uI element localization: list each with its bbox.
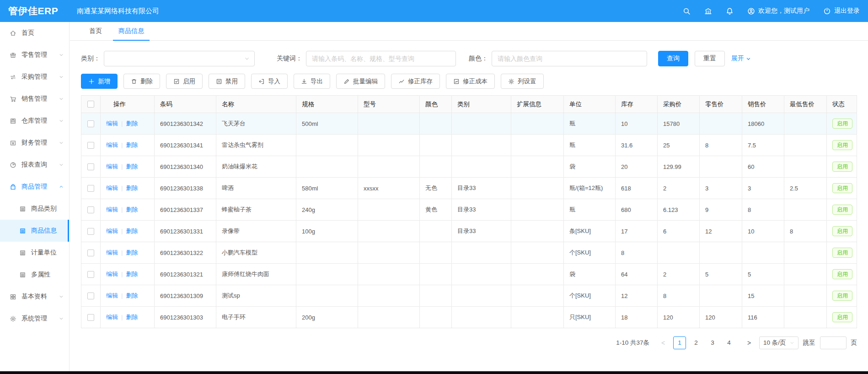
cell-ext-info — [511, 199, 564, 221]
sidebar-item-goods-info[interactable]: 商品信息 — [0, 220, 69, 242]
edit-link[interactable]: 编辑 — [106, 120, 118, 127]
select-all-checkbox[interactable] — [87, 101, 94, 108]
row-checkbox[interactable] — [87, 120, 94, 127]
sidebar-item-finance-mgmt[interactable]: 财务管理 — [0, 132, 69, 154]
gear-icon — [508, 78, 514, 85]
edit-link[interactable]: 编辑 — [106, 163, 118, 170]
cell-name: 奶油味爆米花 — [216, 156, 296, 178]
row-checkbox[interactable] — [87, 293, 94, 299]
delete-link[interactable]: 删除 — [126, 228, 138, 234]
button-label: 列设置 — [518, 77, 536, 86]
search-button[interactable]: 查询 — [658, 51, 688, 66]
sidebar-item-sales-mgmt[interactable]: 销售管理 — [0, 88, 69, 110]
sidebar-item-warehouse-mgmt[interactable]: 仓库管理 — [0, 110, 69, 132]
list-icon — [19, 271, 26, 278]
page-number-2[interactable]: 2 — [690, 336, 702, 349]
fix-cost-button[interactable]: 修正成本 — [446, 74, 495, 89]
row-checkbox[interactable] — [87, 206, 94, 213]
jump-page-input[interactable] — [820, 336, 847, 349]
cell-sale-price: 5 — [742, 264, 784, 285]
cell-min-price — [784, 156, 827, 178]
color-input[interactable] — [492, 51, 647, 66]
shop-icon[interactable] — [704, 7, 712, 15]
edit-link[interactable]: 编辑 — [106, 141, 118, 148]
cell-barcode: 6901236301338 — [155, 178, 216, 199]
user-menu[interactable]: 欢迎您，测试用户 — [747, 7, 809, 15]
logout-button[interactable]: 退出登录 — [823, 7, 860, 15]
grid-icon — [10, 293, 16, 300]
sidebar-item-home[interactable]: 首页 — [0, 22, 69, 44]
column-settings-button[interactable]: 列设置 — [501, 74, 544, 89]
row-checkbox[interactable] — [87, 142, 94, 149]
edit-link[interactable]: 编辑 — [106, 228, 118, 234]
reset-button[interactable]: 重置 — [695, 51, 725, 66]
enable-button[interactable]: 启用 — [166, 74, 203, 89]
delete-button[interactable]: 删除 — [123, 74, 160, 89]
edit-link[interactable]: 编辑 — [106, 206, 118, 213]
delete-link[interactable]: 删除 — [126, 206, 138, 213]
sidebar-item-system-mgmt[interactable]: 系统管理 — [0, 308, 69, 330]
cell-unit: 条[SKU] — [564, 221, 616, 242]
search-icon[interactable] — [683, 7, 691, 15]
sidebar-item-retail-mgmt[interactable]: 零售管理 — [0, 44, 69, 66]
row-checkbox[interactable] — [87, 228, 94, 235]
page-size-select[interactable]: 10 条/页 — [759, 336, 798, 349]
delete-link[interactable]: 删除 — [126, 314, 138, 320]
edit-icon — [343, 78, 350, 85]
delete-link[interactable]: 删除 — [126, 271, 138, 277]
cell-name: 飞天茅台 — [216, 113, 296, 135]
edit-link[interactable]: 编辑 — [106, 184, 118, 191]
sidebar-item-basic-data[interactable]: 基本资料 — [0, 286, 69, 308]
edit-link[interactable]: 编辑 — [106, 314, 118, 320]
add-button[interactable]: 新增 — [81, 74, 118, 89]
keyword-input[interactable] — [306, 51, 456, 66]
category-label: 类别： — [81, 54, 100, 63]
page-number-1[interactable]: 1 — [673, 336, 686, 349]
tab-goods-info[interactable]: 商品信息 — [110, 22, 152, 40]
cell-sale-price: 116 — [742, 307, 784, 328]
chevron-down-icon — [59, 141, 64, 145]
cell-stock: 12 — [616, 285, 658, 307]
category-select[interactable] — [104, 51, 255, 66]
next-page-button[interactable]: > — [744, 339, 755, 347]
row-checkbox[interactable] — [87, 163, 94, 170]
prev-page-button[interactable]: < — [658, 339, 669, 347]
sidebar-item-measure-unit[interactable]: 计量单位 — [0, 242, 69, 264]
row-checkbox[interactable] — [87, 314, 94, 321]
delete-link[interactable]: 删除 — [126, 249, 138, 256]
cell-category — [452, 135, 511, 156]
delete-link[interactable]: 删除 — [126, 292, 138, 299]
sidebar-item-purchase-mgmt[interactable]: 采购管理 — [0, 66, 69, 88]
bell-icon[interactable] — [726, 7, 734, 15]
cell-barcode: 6901236301321 — [155, 264, 216, 285]
expand-link[interactable]: 展开 — [731, 54, 751, 63]
edit-link[interactable]: 编辑 — [106, 271, 118, 277]
edit-link[interactable]: 编辑 — [106, 292, 118, 299]
fix-stock-button[interactable]: 修正库存 — [391, 74, 440, 89]
delete-link[interactable]: 删除 — [126, 163, 138, 170]
table-row: 编辑|删除6901236301331录像带100g目录33条[SKU]17612… — [81, 221, 857, 242]
row-checkbox[interactable] — [87, 185, 94, 192]
page-number-3[interactable]: 3 — [706, 336, 719, 349]
delete-link[interactable]: 删除 — [126, 141, 138, 148]
table-row: 编辑|删除6901236301341雷达杀虫气雾剂瓶31.62587.5启用 — [81, 135, 857, 156]
sidebar-item-multi-attr[interactable]: 多属性 — [0, 264, 69, 286]
page-number-4[interactable]: 4 — [723, 336, 735, 349]
row-checkbox[interactable] — [87, 249, 94, 256]
sidebar-item-report-query[interactable]: 报表查询 — [0, 154, 69, 176]
keyword-label: 关键词： — [277, 54, 302, 63]
sidebar-item-goods-category[interactable]: 商品类别 — [0, 198, 69, 220]
import-button[interactable]: 导入 — [251, 74, 288, 89]
delete-link[interactable]: 删除 — [126, 184, 138, 191]
export-button[interactable]: 导出 — [294, 74, 330, 89]
tab-home[interactable]: 首页 — [81, 22, 110, 40]
batch-edit-button[interactable]: 批量编辑 — [336, 74, 385, 89]
row-checkbox[interactable] — [87, 271, 94, 278]
delete-link[interactable]: 删除 — [126, 120, 138, 127]
header-actions: 欢迎您，测试用户 退出登录 — [683, 7, 868, 15]
sidebar-item-label: 仓库管理 — [21, 117, 54, 125]
disable-button[interactable]: 禁用 — [209, 74, 245, 89]
sidebar-item-goods-mgmt[interactable]: 商品管理 — [0, 176, 69, 198]
cell-model — [358, 307, 420, 328]
edit-link[interactable]: 编辑 — [106, 249, 118, 256]
